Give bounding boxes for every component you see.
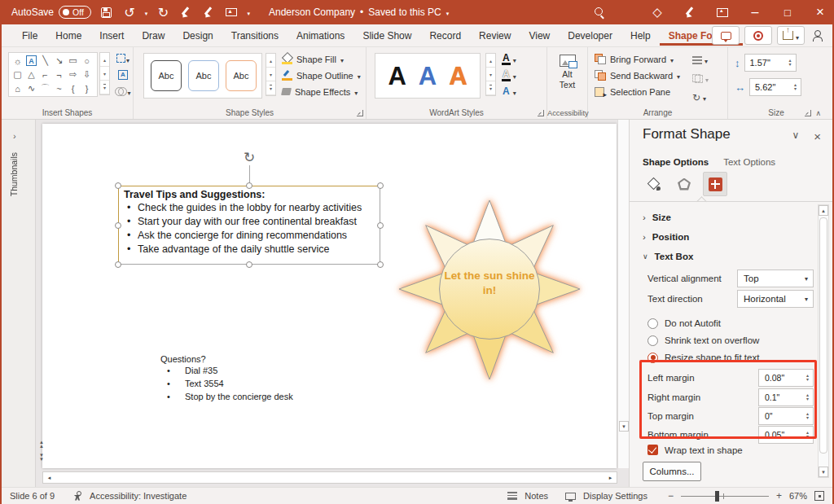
shape-gallery-item[interactable]: △ — [24, 68, 38, 81]
shape-gallery-item[interactable]: ○ — [80, 54, 94, 68]
share-button[interactable] — [777, 26, 805, 45]
shape-style-preview-2[interactable]: Abc — [188, 60, 219, 91]
top-margin-input[interactable]: 0" — [758, 407, 814, 425]
panel-close-icon[interactable] — [814, 129, 821, 143]
shape-gallery-item[interactable]: ~ — [52, 81, 66, 95]
scroll-right-icon[interactable] — [605, 473, 616, 482]
shape-effects-button[interactable]: Shape Effects — [282, 85, 361, 99]
height-spinner-icon[interactable] — [785, 59, 796, 67]
wordart-up-icon[interactable] — [486, 54, 495, 68]
tab-view[interactable]: View — [520, 26, 559, 46]
next-slide-button[interactable]: ▼▼ — [37, 452, 46, 463]
radio-icon[interactable] — [647, 335, 658, 346]
zoom-slider[interactable] — [681, 490, 769, 502]
alt-text-button[interactable]: AltText — [547, 55, 587, 90]
bottom-margin-input[interactable]: 0.05" — [758, 426, 814, 444]
gallery-down-icon[interactable] — [100, 67, 109, 81]
zoom-in-icon[interactable] — [776, 490, 782, 502]
shape-gallery-item[interactable]: ⇩ — [80, 68, 94, 81]
radio-resize-shape[interactable]: Resize shape to fit text — [647, 351, 759, 364]
presence-people-icon[interactable] — [810, 28, 824, 43]
tab-design[interactable]: Design — [173, 26, 222, 46]
radio-shrink-text[interactable]: Shrink text on overflow — [647, 334, 759, 347]
horizontal-scrollbar[interactable] — [42, 471, 617, 484]
shape-gallery-item[interactable]: ↘ — [52, 54, 66, 68]
text-fill-button[interactable]: A — [502, 51, 516, 66]
wordart-preview-1[interactable]: A — [388, 64, 406, 89]
minimize-icon[interactable] — [748, 5, 762, 20]
start-slideshow-icon[interactable] — [224, 5, 239, 20]
panel-scrollbar[interactable] — [818, 204, 829, 478]
size-properties-button[interactable] — [703, 172, 727, 196]
shape-gallery-item[interactable]: } — [80, 81, 94, 95]
tab-home[interactable]: Home — [46, 26, 90, 46]
columns-button[interactable]: Columns... — [643, 462, 701, 481]
questions-text-block[interactable]: Questions? Dial #35 Text 3554 Stop by th… — [160, 354, 293, 404]
rotate-button[interactable] — [692, 90, 709, 104]
radio-icon[interactable] — [647, 318, 658, 329]
tab-text-options[interactable]: Text Options — [723, 157, 775, 167]
panel-scroll-up-icon[interactable] — [819, 205, 828, 216]
selection-pane-button[interactable]: Selection Pane — [595, 85, 680, 99]
zoom-out-icon[interactable] — [668, 490, 674, 502]
shape-gallery-item[interactable]: ∿ — [24, 81, 38, 95]
wrap-text-checkbox-row[interactable]: Wrap text in shape — [647, 445, 743, 455]
styles-more-icon[interactable] — [266, 81, 275, 95]
accessibility-status[interactable]: Accessibility: Investigate — [90, 491, 187, 501]
edit-shape-button[interactable] — [114, 51, 132, 65]
resize-handle-n[interactable] — [246, 182, 252, 189]
resize-handle-w[interactable] — [115, 222, 121, 229]
wordart-preview-3[interactable]: A — [449, 64, 467, 89]
shape-gallery-item[interactable]: ⌐ — [38, 68, 52, 81]
panel-scroll-down-icon[interactable] — [819, 467, 828, 477]
tab-developer[interactable]: Developer — [559, 26, 621, 46]
text-outline-button[interactable]: A — [502, 68, 516, 82]
panel-options-icon[interactable] — [792, 129, 799, 143]
spinner-icon[interactable] — [802, 374, 813, 382]
styles-up-icon[interactable] — [266, 54, 275, 68]
section-position[interactable]: Position — [643, 232, 689, 242]
editing-mode-icon[interactable] — [683, 5, 697, 20]
radio-do-not-autofit[interactable]: Do not Autofit — [647, 317, 721, 330]
autosave-toggle[interactable]: AutoSave Off — [11, 6, 91, 19]
shape-gallery-item[interactable]: ╲ — [38, 54, 52, 68]
width-spinner-icon[interactable] — [790, 83, 801, 91]
shape-gallery-item[interactable]: A — [26, 55, 37, 66]
shape-style-preview-1[interactable]: Abc — [151, 60, 182, 91]
vertical-scrollbar[interactable] — [617, 120, 629, 468]
fit-to-window-icon[interactable] — [814, 491, 824, 501]
spinner-icon[interactable] — [802, 431, 813, 439]
display-settings-button[interactable]: Display Settings — [583, 491, 647, 501]
shape-gallery-item[interactable]: ⌒ — [38, 81, 52, 95]
bring-forward-button[interactable]: Bring Forward — [595, 52, 680, 66]
search-icon[interactable] — [592, 5, 607, 20]
tab-review[interactable]: Review — [470, 26, 520, 46]
gallery-up-icon[interactable] — [100, 53, 109, 67]
designer-icon[interactable] — [650, 5, 665, 20]
shape-style-preview-3[interactable]: Abc — [226, 60, 257, 91]
tab-animations[interactable]: Animations — [288, 26, 353, 46]
scroll-left-icon[interactable] — [44, 473, 55, 482]
wordart-more-icon[interactable] — [486, 81, 495, 95]
wordart-preview-2[interactable]: A — [419, 64, 437, 89]
slide-number-indicator[interactable]: Slide 6 of 9 — [10, 491, 55, 501]
sun-shape[interactable]: Let the sun shine in! — [380, 199, 599, 381]
tab-record[interactable]: Record — [420, 26, 470, 46]
shape-outline-button[interactable]: Shape Outline — [282, 68, 361, 82]
section-size[interactable]: Size — [643, 213, 671, 222]
align-button[interactable] — [692, 53, 709, 67]
tab-shape-options[interactable]: Shape Options — [643, 157, 709, 167]
selected-text-box[interactable]: Travel Tips and Suggestions: Check the g… — [118, 186, 380, 265]
text-direction-dropdown[interactable]: Horizontal — [737, 290, 814, 308]
resize-handle-sw[interactable] — [115, 261, 121, 268]
resize-handle-ne[interactable] — [377, 182, 384, 189]
vertical-alignment-dropdown[interactable]: Top — [737, 270, 814, 287]
ink-pen-icon[interactable] — [201, 5, 216, 20]
fill-line-button[interactable] — [641, 172, 665, 196]
zoom-slider-thumb[interactable] — [715, 491, 719, 502]
resize-handle-nw[interactable] — [115, 182, 121, 189]
save-icon[interactable] — [99, 5, 114, 20]
shape-gallery-item[interactable]: ▢ — [11, 68, 24, 81]
merge-shapes-button[interactable] — [114, 84, 132, 98]
previous-slide-button[interactable]: ▲▲ — [37, 439, 46, 450]
